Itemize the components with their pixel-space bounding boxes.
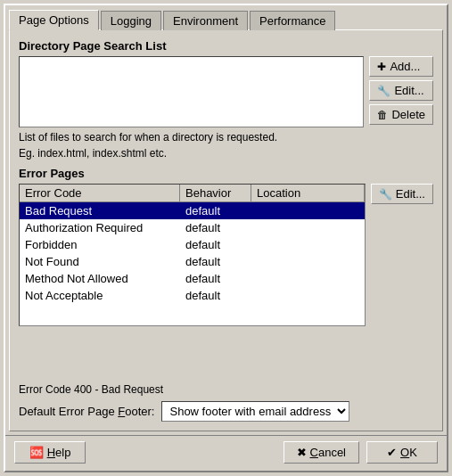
bottom-bar: 🆘 Help ✖ Cancel ✔ OK [5, 435, 447, 471]
bottom-right-buttons: ✖ Cancel ✔ OK [284, 441, 438, 464]
tab-logging[interactable]: Logging [101, 11, 161, 30]
add-icon: ✚ [377, 61, 386, 73]
col-header-location: Location [251, 185, 365, 201]
table-row[interactable]: Forbiddendefault [20, 236, 365, 253]
table-row[interactable]: Not Acceptabledefault [20, 287, 365, 304]
error-status: Error Code 400 - Bad Request [19, 383, 433, 396]
directory-section-body: ✚ Add... 🔧 Edit... 🗑 Delete [19, 56, 433, 127]
col-header-behavior: Behavior [180, 185, 251, 201]
cancel-icon: ✖ [297, 446, 307, 459]
directory-listbox[interactable] [19, 56, 364, 127]
error-buttons: 🔧 Edit... [371, 184, 433, 204]
tab-environment[interactable]: Environment [163, 11, 248, 30]
tab-page-options[interactable]: Page Options [9, 10, 99, 30]
edit-dir-icon: 🔧 [377, 85, 390, 97]
table-row[interactable]: Not Founddefault [20, 253, 365, 270]
dialog: Page Options Logging Environment Perform… [4, 4, 448, 472]
error-table-row: Error Code Behavior Location Bad Request… [19, 184, 433, 380]
help-icon: 🆘 [29, 446, 44, 459]
tab-bar: Page Options Logging Environment Perform… [5, 5, 447, 29]
ok-button[interactable]: ✔ OK [366, 441, 438, 464]
edit-error-icon: 🔧 [379, 188, 392, 201]
col-header-code: Error Code [20, 185, 180, 201]
error-table: Error Code Behavior Location Bad Request… [19, 184, 366, 326]
table-row[interactable]: Method Not Alloweddefault [20, 270, 365, 287]
help-text-2: Eg. index.html, index.shtml etc. [19, 147, 433, 160]
main-content: Directory Page Search List ✚ Add... 🔧 Ed… [9, 29, 443, 431]
delete-button[interactable]: 🗑 Delete [369, 104, 433, 125]
footer-label: Default Error Page Footer: [19, 405, 154, 418]
tab-performance[interactable]: Performance [250, 11, 335, 30]
help-text-1: List of files to search for when a direc… [19, 131, 433, 144]
table-row[interactable]: Bad Requestdefault [20, 202, 365, 219]
error-section: Error Pages Error Code Behavior Location… [19, 167, 433, 422]
footer-select[interactable]: Show footer with email addressShow defau… [161, 401, 349, 422]
ok-icon: ✔ [387, 446, 397, 459]
error-table-body[interactable]: Bad RequestdefaultAuthorization Required… [20, 202, 365, 325]
footer-underline-f: F [118, 405, 125, 418]
error-section-title: Error Pages [19, 167, 433, 180]
directory-buttons: ✚ Add... 🔧 Edit... 🗑 Delete [369, 56, 433, 125]
add-button[interactable]: ✚ Add... [369, 56, 433, 77]
edit-dir-button[interactable]: 🔧 Edit... [369, 80, 433, 101]
help-button[interactable]: 🆘 Help [14, 441, 86, 464]
cancel-button[interactable]: ✖ Cancel [284, 441, 359, 464]
directory-section: Directory Page Search List ✚ Add... 🔧 Ed… [19, 39, 433, 160]
delete-icon: 🗑 [377, 109, 388, 121]
error-table-header: Error Code Behavior Location [20, 185, 365, 202]
footer-row: Default Error Page Footer: Show footer w… [19, 401, 433, 422]
directory-section-title: Directory Page Search List [19, 39, 433, 53]
edit-error-button[interactable]: 🔧 Edit... [371, 184, 433, 204]
table-row[interactable]: Authorization Requireddefault [20, 219, 365, 236]
